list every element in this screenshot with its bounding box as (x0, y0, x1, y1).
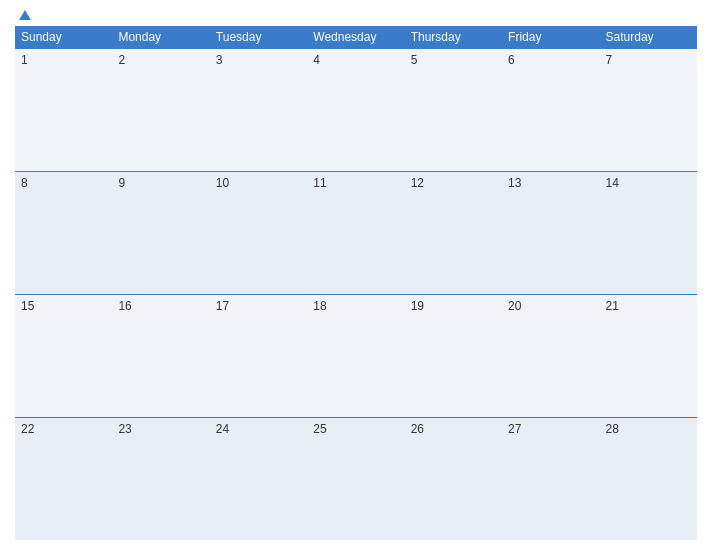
logo-triangle-icon (19, 10, 31, 20)
calendar-cell-16: 16 (112, 294, 209, 417)
calendar-cell-3: 3 (210, 49, 307, 172)
calendar-container: SundayMondayTuesdayWednesdayThursdayFrid… (0, 0, 712, 550)
calendar-cell-28: 28 (600, 417, 697, 540)
day-number-24: 24 (216, 422, 229, 436)
calendar-cell-23: 23 (112, 417, 209, 540)
day-number-12: 12 (411, 176, 424, 190)
day-number-19: 19 (411, 299, 424, 313)
day-number-2: 2 (118, 53, 125, 67)
day-number-27: 27 (508, 422, 521, 436)
calendar-cell-6: 6 (502, 49, 599, 172)
day-number-6: 6 (508, 53, 515, 67)
day-number-10: 10 (216, 176, 229, 190)
day-number-15: 15 (21, 299, 34, 313)
day-number-20: 20 (508, 299, 521, 313)
day-number-8: 8 (21, 176, 28, 190)
weekday-header-friday: Friday (502, 26, 599, 49)
day-number-28: 28 (606, 422, 619, 436)
calendar-cell-8: 8 (15, 171, 112, 294)
calendar-cell-11: 11 (307, 171, 404, 294)
calendar-cell-24: 24 (210, 417, 307, 540)
day-number-7: 7 (606, 53, 613, 67)
day-number-26: 26 (411, 422, 424, 436)
day-number-5: 5 (411, 53, 418, 67)
calendar-cell-19: 19 (405, 294, 502, 417)
day-number-25: 25 (313, 422, 326, 436)
day-number-4: 4 (313, 53, 320, 67)
calendar-cell-15: 15 (15, 294, 112, 417)
calendar-cell-21: 21 (600, 294, 697, 417)
week-row-4: 22232425262728 (15, 417, 697, 540)
calendar-cell-10: 10 (210, 171, 307, 294)
day-number-22: 22 (21, 422, 34, 436)
calendar-cell-20: 20 (502, 294, 599, 417)
day-number-16: 16 (118, 299, 131, 313)
calendar-cell-14: 14 (600, 171, 697, 294)
day-number-17: 17 (216, 299, 229, 313)
day-number-23: 23 (118, 422, 131, 436)
day-number-14: 14 (606, 176, 619, 190)
calendar-cell-13: 13 (502, 171, 599, 294)
calendar-cell-5: 5 (405, 49, 502, 172)
calendar-cell-12: 12 (405, 171, 502, 294)
weekday-header-row: SundayMondayTuesdayWednesdayThursdayFrid… (15, 26, 697, 49)
calendar-cell-22: 22 (15, 417, 112, 540)
day-number-1: 1 (21, 53, 28, 67)
weekday-header-thursday: Thursday (405, 26, 502, 49)
week-row-2: 891011121314 (15, 171, 697, 294)
week-row-1: 1234567 (15, 49, 697, 172)
calendar-cell-18: 18 (307, 294, 404, 417)
week-row-3: 15161718192021 (15, 294, 697, 417)
calendar-cell-2: 2 (112, 49, 209, 172)
weekday-header-monday: Monday (112, 26, 209, 49)
calendar-cell-7: 7 (600, 49, 697, 172)
calendar-cell-1: 1 (15, 49, 112, 172)
weekday-header-tuesday: Tuesday (210, 26, 307, 49)
day-number-18: 18 (313, 299, 326, 313)
logo (15, 10, 105, 20)
calendar-cell-25: 25 (307, 417, 404, 540)
day-number-13: 13 (508, 176, 521, 190)
calendar-cell-4: 4 (307, 49, 404, 172)
calendar-cell-9: 9 (112, 171, 209, 294)
day-number-9: 9 (118, 176, 125, 190)
calendar-cell-26: 26 (405, 417, 502, 540)
weekday-header-sunday: Sunday (15, 26, 112, 49)
calendar-cell-27: 27 (502, 417, 599, 540)
calendar-cell-17: 17 (210, 294, 307, 417)
day-number-11: 11 (313, 176, 326, 190)
day-number-21: 21 (606, 299, 619, 313)
day-number-3: 3 (216, 53, 223, 67)
calendar-header (15, 10, 697, 20)
weekday-header-saturday: Saturday (600, 26, 697, 49)
weekday-header-wednesday: Wednesday (307, 26, 404, 49)
calendar-table: SundayMondayTuesdayWednesdayThursdayFrid… (15, 26, 697, 540)
